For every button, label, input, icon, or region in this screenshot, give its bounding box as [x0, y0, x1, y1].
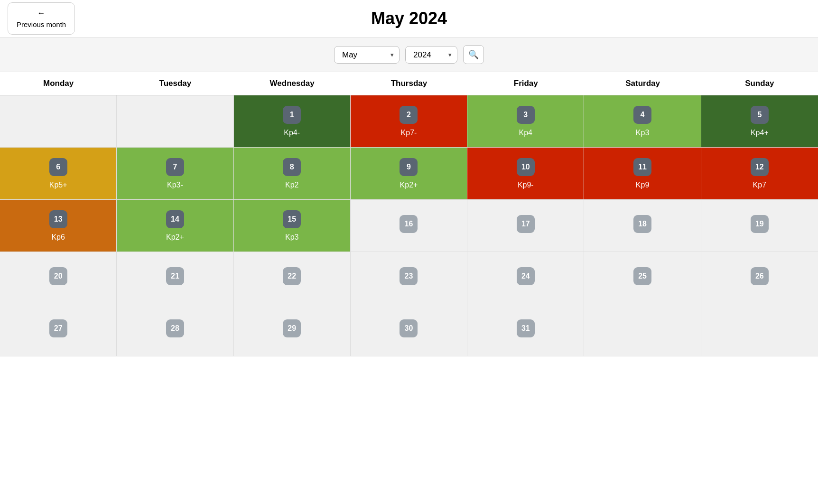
date-badge: 26 — [751, 267, 769, 285]
year-select[interactable]: 2022 2023 2024 2025 — [405, 46, 457, 64]
calendar-cell[interactable]: 15Kp3 — [234, 200, 351, 252]
calendar-cell[interactable]: 8Kp2 — [234, 148, 351, 200]
header-sunday: Sunday — [701, 72, 818, 95]
month-select-wrapper: January February March April May June Ju… — [334, 46, 400, 64]
calendar-cell[interactable]: 28 — [117, 304, 233, 356]
header-tuesday: Tuesday — [117, 72, 233, 95]
kp-label: Kp7- — [401, 129, 417, 137]
calendar-cell[interactable]: 1Kp4- — [234, 95, 351, 148]
calendar-cell[interactable]: 12Kp7 — [701, 148, 818, 200]
date-badge: 14 — [166, 210, 184, 228]
kp-label: Kp7 — [753, 181, 766, 189]
prev-month-label: Previous month — [17, 19, 66, 29]
kp-label: Kp6 — [51, 233, 65, 242]
kp-label: Kp3 — [285, 233, 298, 242]
calendar-cell — [0, 95, 117, 148]
day-headers-row: Monday Tuesday Wednesday Thursday Friday… — [0, 72, 818, 95]
calendar-cell[interactable]: 7Kp3- — [117, 148, 233, 200]
date-badge: 19 — [751, 215, 769, 233]
calendar-cell[interactable]: 16 — [351, 200, 467, 252]
calendar-cell[interactable]: 14Kp2+ — [117, 200, 233, 252]
date-badge: 8 — [283, 158, 301, 176]
left-arrow-icon: ← — [37, 8, 46, 19]
kp-label: Kp3- — [167, 181, 183, 189]
date-badge: 29 — [283, 319, 301, 337]
date-badge: 23 — [400, 267, 418, 285]
calendar-cell[interactable]: 11Kp9 — [584, 148, 701, 200]
calendar-controls: January February March April May June Ju… — [0, 37, 818, 72]
kp-label: Kp4- — [284, 129, 300, 137]
date-badge: 15 — [283, 210, 301, 228]
kp-label: Kp4+ — [751, 129, 769, 137]
date-badge: 7 — [166, 158, 184, 176]
calendar-cell[interactable]: 25 — [584, 252, 701, 304]
kp-label: Kp5+ — [49, 181, 67, 189]
prev-month-button[interactable]: ← Previous month — [8, 2, 75, 35]
date-badge: 24 — [517, 267, 535, 285]
kp-label: Kp4 — [519, 129, 532, 137]
calendar-body: 1Kp4-2Kp7-3Kp44Kp35Kp4+6Kp5+7Kp3-8Kp29Kp… — [0, 95, 818, 356]
calendar-cell[interactable]: 22 — [234, 252, 351, 304]
calendar-cell[interactable]: 24 — [467, 252, 584, 304]
date-badge: 30 — [400, 319, 418, 337]
month-select[interactable]: January February March April May June Ju… — [334, 46, 400, 64]
date-badge: 4 — [633, 106, 651, 124]
date-badge: 31 — [517, 319, 535, 337]
kp-label: Kp3 — [636, 129, 649, 137]
calendar-cell[interactable]: 31 — [467, 304, 584, 356]
calendar-cell[interactable]: 26 — [701, 252, 818, 304]
date-badge: 17 — [517, 215, 535, 233]
date-badge: 2 — [400, 106, 418, 124]
kp-label: Kp2 — [285, 181, 298, 189]
calendar-grid: Monday Tuesday Wednesday Thursday Friday… — [0, 72, 818, 356]
calendar-cell[interactable]: 29 — [234, 304, 351, 356]
calendar-cell[interactable]: 30 — [351, 304, 467, 356]
kp-label: Kp9- — [518, 181, 534, 189]
calendar-cell — [584, 304, 701, 356]
calendar-cell[interactable]: 23 — [351, 252, 467, 304]
calendar-cell[interactable]: 9Kp2+ — [351, 148, 467, 200]
calendar-cell[interactable]: 19 — [701, 200, 818, 252]
header-monday: Monday — [0, 72, 117, 95]
date-badge: 22 — [283, 267, 301, 285]
calendar-cell[interactable]: 3Kp4 — [467, 95, 584, 148]
date-badge: 9 — [400, 158, 418, 176]
date-badge: 1 — [283, 106, 301, 124]
date-badge: 13 — [49, 210, 67, 228]
calendar-cell — [117, 95, 233, 148]
date-badge: 25 — [633, 267, 651, 285]
calendar-cell[interactable]: 6Kp5+ — [0, 148, 117, 200]
header-thursday: Thursday — [351, 72, 467, 95]
date-badge: 16 — [400, 215, 418, 233]
year-select-wrapper: 2022 2023 2024 2025 ▾ — [405, 46, 457, 64]
calendar-cell[interactable]: 13Kp6 — [0, 200, 117, 252]
header-wednesday: Wednesday — [234, 72, 351, 95]
calendar-cell[interactable]: 21 — [117, 252, 233, 304]
header-saturday: Saturday — [584, 72, 701, 95]
kp-label: Kp2+ — [400, 181, 418, 189]
month-title: May 2024 — [371, 9, 447, 28]
calendar-cell[interactable]: 2Kp7- — [351, 95, 467, 148]
date-badge: 20 — [49, 267, 67, 285]
calendar-cell[interactable]: 4Kp3 — [584, 95, 701, 148]
date-badge: 28 — [166, 319, 184, 337]
kp-label: Kp9 — [636, 181, 649, 189]
calendar-cell[interactable]: 18 — [584, 200, 701, 252]
date-badge: 18 — [633, 215, 651, 233]
date-badge: 10 — [517, 158, 535, 176]
calendar-cell[interactable]: 17 — [467, 200, 584, 252]
search-button[interactable]: 🔍 — [463, 45, 484, 64]
calendar-cell — [701, 304, 818, 356]
date-badge: 5 — [751, 106, 769, 124]
calendar-header: ← Previous month May 2024 — [0, 0, 818, 37]
search-icon: 🔍 — [468, 49, 479, 60]
calendar-cell[interactable]: 5Kp4+ — [701, 95, 818, 148]
date-badge: 12 — [751, 158, 769, 176]
calendar-cell[interactable]: 20 — [0, 252, 117, 304]
header-friday: Friday — [467, 72, 584, 95]
date-badge: 3 — [517, 106, 535, 124]
calendar-cell[interactable]: 27 — [0, 304, 117, 356]
date-badge: 11 — [633, 158, 651, 176]
calendar-cell[interactable]: 10Kp9- — [467, 148, 584, 200]
date-badge: 27 — [49, 319, 67, 337]
